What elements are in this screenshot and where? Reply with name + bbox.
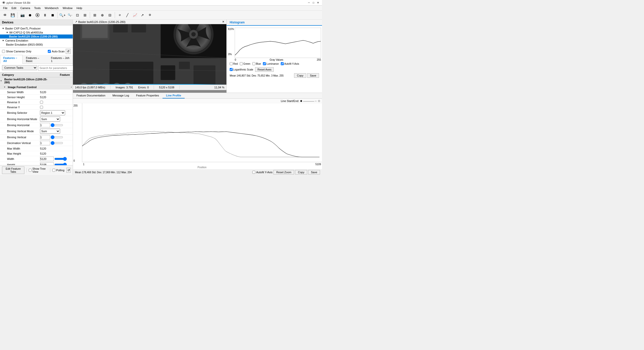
menu-file[interactable]: File [1,6,10,10]
tree-item-producer[interactable]: ▼ Basler CXP GenTL Producer [0,26,73,30]
tree-item-sensor[interactable]: ▼ iW-CXP12-Q SN a640016a [0,30,73,34]
tool-zoom-out[interactable]: 🔍- [66,12,73,19]
tree-item-emulation-group[interactable]: ▼ Camera Emulation [0,39,73,43]
tab-features-basic[interactable]: Features – Basic [23,55,48,64]
height-slider[interactable] [54,163,67,165]
histo-cb-luminance[interactable]: Luminance [263,62,279,65]
show-cameras-label[interactable]: Show Cameras Only [2,50,31,53]
profile-chart-inner[interactable] [82,103,322,162]
histogram-panel: Histogram 8,6% 0% 0 [226,20,322,93]
tree-item-camera[interactable]: Basler boA5120-150cm (1200-25-280) [0,34,73,39]
profile-x-max: 5109 [315,163,321,166]
tool-line[interactable]: ╱ [124,12,131,19]
width-input[interactable] [40,157,54,161]
histo-log-checkbox[interactable] [230,68,233,71]
tool-snapshot[interactable] [34,12,41,19]
tab-feature-documentation[interactable]: Feature Documentation [73,93,109,98]
reverse-y-checkbox[interactable] [40,106,43,109]
left-panel: Devices ▼ Basler CXP GenTL Producer ▼ iW… [0,20,73,175]
histo-cb-green[interactable]: Green [240,62,250,65]
tool-stop[interactable]: ⏹ [49,12,56,19]
reset-axes-button[interactable]: Reset Axes [255,67,274,72]
binning-h-mode-select[interactable]: Sum Average [40,117,60,122]
tool-no-process[interactable]: ⊘ [116,12,123,19]
menu-tools[interactable]: Tools [32,6,43,10]
histogram-checkboxes: Red Green Blue Luminance [228,61,321,73]
common-tasks-select[interactable]: Common Tasks [2,65,37,70]
camera-image-display[interactable] [73,24,226,85]
histo-blue-checkbox[interactable] [252,62,255,65]
tab-features-all[interactable]: Features – All [0,55,23,64]
tool-crosshair[interactable]: ⊕ [99,12,106,19]
tab-features-joh1[interactable]: Features – Joh 1 [48,55,73,64]
histogram-save-button[interactable]: Save [307,73,319,78]
tool-zoom-in[interactable]: 🔍+ [59,12,66,19]
histo-cb-red[interactable]: Red [230,62,238,65]
tool-zoom-fit[interactable]: ⊡ [74,12,81,19]
autoscan-label[interactable]: Auto-Scan [48,50,65,53]
tab-line-profile[interactable]: Line Profile [163,93,185,98]
tool-open-eye[interactable]: 👁 [2,12,9,19]
minimize-button[interactable]: ─ [307,1,311,5]
tab-message-log[interactable]: Message Log [109,93,133,98]
histo-luminance-checkbox[interactable] [263,62,266,65]
histogram-copy-button[interactable]: Copy [294,73,306,78]
menu-camera[interactable]: Camera [18,6,32,10]
binning-vertical-input[interactable] [40,135,50,139]
menu-help[interactable]: Help [74,6,84,10]
menu-edit[interactable]: Edit [10,6,18,10]
histo-cb-log[interactable]: Logarithmic Scale [230,67,253,72]
profile-autofit-checkbox[interactable] [252,171,255,174]
refresh-bottom-button[interactable]: ↺ [66,168,71,173]
histo-cb-blue[interactable]: Blue [252,62,261,65]
feature-height: Height [0,163,39,165]
histo-green-checkbox[interactable] [240,62,243,65]
autoscan-checkbox[interactable] [48,50,51,53]
histo-cb-autofit[interactable]: Autofit Y-Axis [281,62,299,65]
camera-root-row[interactable]: ▼ Basler boA5120-150cm (1200-25-280) [0,77,73,85]
profile-copy-button[interactable]: Copy [295,170,307,174]
menu-window[interactable]: Window [61,6,74,10]
reverse-x-checkbox[interactable] [40,101,43,104]
tool-chart[interactable]: 📈 [131,12,138,19]
tree-item-emulation[interactable]: Basler Emulation (0815-0000) [0,43,73,47]
decimation-vertical-slider[interactable] [51,141,63,145]
profile-autofit-label[interactable]: Autofit Y-Axis [252,171,272,174]
show-cameras-checkbox[interactable] [2,50,5,53]
menu-workbench[interactable]: Workbench [43,6,61,10]
image-format-control-row[interactable]: ▼ Image Format Control › [0,85,73,90]
show-tree-view-checkbox[interactable] [29,169,32,172]
histo-red-checkbox[interactable] [230,62,233,65]
binning-vertical-slider[interactable] [51,135,63,139]
tool-record[interactable]: ⏺ [26,12,33,19]
maximize-button[interactable]: □ [311,1,315,5]
histo-autofit-checkbox[interactable] [281,62,284,65]
show-tree-view-label[interactable]: Show Tree View [29,167,48,173]
tool-save[interactable]: 💾 [9,12,16,19]
polling-label[interactable]: Polling [52,169,64,172]
tab-feature-properties[interactable]: Feature Properties [133,93,163,98]
tool-zoom-100[interactable]: ⊞ [82,12,89,19]
tool-grid2[interactable]: ⊟ [106,12,113,19]
binning-v-mode-select[interactable]: Sum Average [40,129,60,134]
profile-save-button[interactable]: Save [308,170,320,174]
height-input[interactable] [40,162,54,165]
polling-checkbox[interactable] [52,169,55,172]
edit-feature-tabs-button[interactable]: Edit Feature Tabs [2,166,24,174]
tool-grid[interactable]: ⊞ [91,12,98,19]
image-close-button[interactable]: ✕ [222,20,224,23]
tool-settings[interactable]: ⚙ [146,12,153,19]
binning-selector-select[interactable]: Region 1 Region 2 [40,110,65,115]
tool-export[interactable]: ↗ [139,12,146,19]
decimation-vertical-input[interactable] [40,141,50,145]
binning-horizontal-slider[interactable] [51,123,63,127]
search-input[interactable] [38,65,75,71]
tool-camera[interactable]: 📷 [19,12,26,19]
histogram-tab[interactable]: Histogram [227,20,322,26]
profile-reset-zoom-button[interactable]: Reset Zoom [273,170,294,174]
width-slider[interactable] [54,157,67,161]
tool-pause[interactable]: ⏸ [42,12,49,19]
binning-horizontal-input[interactable] [40,123,50,127]
close-button[interactable]: ✕ [316,1,320,5]
refresh-devices-button[interactable]: ↺ [66,49,71,54]
